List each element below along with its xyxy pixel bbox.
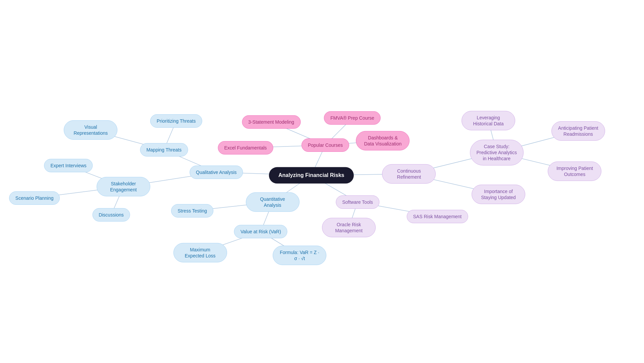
node-case-study[interactable]: Case Study: Predictive Analytics in Heal… [470,140,524,166]
node-prioritizing[interactable]: Prioritizing Threats [150,114,202,128]
node-improving[interactable]: Improving Patient Outcomes [548,162,601,181]
node-3-statement[interactable]: 3-Statement Modeling [242,115,301,129]
node-scenario-planning[interactable]: Scenario Planning [9,191,60,205]
node-visual-rep[interactable]: Visual Representations [64,120,117,140]
node-popular-courses[interactable]: Popular Courses [302,138,349,152]
center-node[interactable]: Analyzing Financial Risks [269,167,354,184]
node-value-at-risk[interactable]: Value at Risk (VaR) [234,225,287,238]
node-dashboards[interactable]: Dashboards & Data Visualization [356,131,410,150]
node-stakeholder[interactable]: Stakeholder Engagement [97,177,150,196]
node-discussions[interactable]: Discussions [92,208,130,222]
mindmap-container: Analyzing Financial RisksQualitative Ana… [0,0,644,363]
node-software-tools[interactable]: Software Tools [336,195,379,209]
node-formula[interactable]: Formula: VaR = Z · σ · √t [273,246,326,265]
node-continuous-refinement[interactable]: Continuous Refinement [382,164,436,184]
node-fmva[interactable]: FMVA® Prep Course [324,111,381,125]
node-importance-staying[interactable]: Importance of Staying Updated [472,185,525,204]
node-mapping-threats[interactable]: Mapping Threats [140,143,188,157]
node-excel[interactable]: Excel Fundamentals [218,141,273,155]
node-expert-interviews[interactable]: Expert Interviews [44,159,93,172]
node-sas[interactable]: SAS Risk Management [407,210,468,223]
node-oracle[interactable]: Oracle Risk Management [322,218,376,237]
node-qualitative[interactable]: Qualitative Analysis [190,166,243,179]
node-max-expected-loss[interactable]: Maximum Expected Loss [173,243,227,262]
node-stress-testing[interactable]: Stress Testing [171,204,213,218]
node-anticipating[interactable]: Anticipating Patient Readmissions [551,121,605,141]
node-leveraging[interactable]: Leveraging Historical Data [462,111,515,130]
node-quantitative[interactable]: Quantitative Analysis [246,192,300,212]
